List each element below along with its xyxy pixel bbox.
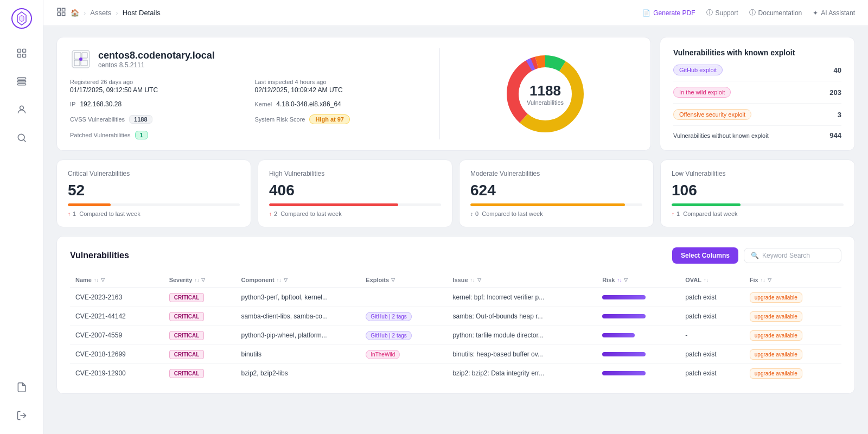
vuln-header: Vulnerabilities Select Columns 🔍 Keyword…	[70, 247, 841, 264]
topnav-actions: 📄 Generate PDF ⓘ Support ⓘ Documentation…	[642, 8, 855, 17]
offensive-exploit-count: 3	[838, 111, 841, 119]
cve-5-severity: CRITICAL	[164, 364, 236, 383]
critical-arrow: ↑	[68, 211, 71, 217]
exploit-card-title: Vulnerabilities with known exploit	[673, 48, 841, 57]
svg-rect-3	[17, 54, 21, 58]
high-compare-text: 2 Compared to last week	[274, 210, 342, 217]
ai-assistant-button[interactable]: ✦ AI Assistant	[813, 9, 855, 17]
sidebar-item-search[interactable]	[10, 126, 34, 150]
keyword-search-box[interactable]: 🔍 Keyword Search	[744, 248, 841, 263]
exploits-filter-icon[interactable]: ▽	[391, 277, 395, 283]
fix-badge-4: upgrade available	[750, 349, 802, 360]
wild-exploit-tag: In the wild exploit	[673, 87, 731, 98]
donut-chart-area: 1188 Vulnerabilities	[453, 48, 637, 139]
donut-center: 1188 Vulnerabilities	[527, 82, 564, 106]
name-sort-icon[interactable]: ↑↓	[94, 277, 99, 283]
cve-2-component: samba-client-libs, samba-co...	[236, 307, 361, 326]
name-filter-icon[interactable]: ▽	[101, 277, 105, 283]
severity-badge-1: CRITICAL	[169, 293, 205, 302]
sidebar-item-user[interactable]	[10, 98, 34, 122]
pdf-icon: 📄	[642, 9, 650, 17]
last-inspected-label: Last inspected 4 hours ago	[255, 79, 427, 85]
sidebar-item-list[interactable]	[10, 69, 34, 93]
cve-1-severity: CRITICAL	[164, 288, 236, 307]
moderate-stat-title: Moderate Vulnerabilities	[470, 170, 642, 177]
support-icon: ⓘ	[706, 8, 713, 17]
fix-badge-5: upgrade available	[750, 368, 802, 379]
cve-5-fix: upgrade available	[744, 364, 841, 383]
table-row: CVE-2021-44142 CRITICAL samba-client-lib…	[70, 307, 841, 326]
cve-4-name: CVE-2018-12699	[70, 345, 164, 364]
host-card: centos8.codenotary.local centos 8.5.2111…	[56, 37, 651, 151]
risk-bar-5	[602, 371, 646, 375]
nav-toggle-icon[interactable]	[56, 7, 66, 18]
cve-1-name: CVE-2023-2163	[70, 288, 164, 307]
support-button[interactable]: ⓘ Support	[706, 8, 738, 17]
generate-pdf-button[interactable]: 📄 Generate PDF	[642, 9, 695, 17]
documentation-button[interactable]: ⓘ Documentation	[749, 8, 802, 17]
patched-count: 1	[135, 131, 148, 139]
critical-stat-bar	[68, 203, 240, 206]
cve-2-oval: patch exist	[680, 307, 744, 326]
cve-2-fix: upgrade available	[744, 307, 841, 326]
breadcrumb-sep-2: ›	[116, 9, 118, 17]
cve-4-risk	[597, 345, 680, 364]
host-icon	[70, 48, 92, 70]
svg-rect-13	[58, 13, 60, 16]
component-sort-icon[interactable]: ↑↓	[277, 277, 282, 283]
cve-5-exploit	[360, 364, 447, 383]
registered-label: Registered 26 days ago	[70, 79, 242, 85]
cve-5-issue: bzip2: bzip2: Data integrity err...	[447, 364, 597, 383]
oval-sort-icon[interactable]: ↑↓	[704, 277, 709, 283]
sidebar-item-home[interactable]	[10, 41, 34, 65]
last-inspected-date: 02/12/2025, 10:09:42 AM UTC	[255, 86, 427, 94]
github-exploit-count: 40	[834, 66, 841, 74]
cve-1-component: python3-perf, bpftool, kernel...	[236, 288, 361, 307]
cvss-label: CVSS Vulnerabilities	[70, 116, 125, 123]
sidebar-item-logout[interactable]	[10, 404, 34, 427]
issue-filter-icon[interactable]: ▽	[477, 277, 481, 283]
col-header-severity: Severity ↑↓▽	[164, 272, 236, 288]
table-body: CVE-2023-2163 CRITICAL python3-perf, bpf…	[70, 288, 841, 383]
risk-filter-icon[interactable]: ▽	[624, 277, 628, 283]
severity-badge-5: CRITICAL	[169, 369, 205, 378]
severity-badge-2: CRITICAL	[169, 312, 205, 321]
app-logo	[10, 7, 34, 30]
risk-sort-icon[interactable]: ↑↓	[617, 277, 622, 283]
stats-row: Critical Vulnerabilities 52 ↑ 1 Compared…	[56, 159, 855, 227]
registered-info: Registered 26 days ago 01/17/2025, 09:12…	[70, 79, 242, 94]
sidebar-item-report[interactable]	[10, 375, 34, 399]
severity-sort-icon[interactable]: ↑↓	[194, 277, 199, 283]
stat-card-high: High Vulnerabilities 406 ↑ 2 Compared to…	[258, 159, 452, 227]
component-filter-icon[interactable]: ▽	[284, 277, 288, 283]
home-icon[interactable]: 🏠	[71, 9, 79, 17]
fix-filter-icon[interactable]: ▽	[768, 277, 771, 283]
cve-3-oval: -	[680, 326, 744, 345]
breadcrumb-assets[interactable]: Assets	[90, 9, 111, 17]
vuln-title: Vulnerabilities	[70, 251, 129, 260]
kernel-label: Kernel	[255, 101, 272, 107]
svg-rect-14	[62, 13, 65, 16]
last-inspected-info: Last inspected 4 hours ago 02/12/2025, 1…	[255, 79, 427, 94]
fix-sort-icon[interactable]: ↑↓	[761, 277, 765, 283]
donut-chart: 1188 Vulnerabilities	[502, 50, 589, 137]
moderate-stat-count: 624	[470, 182, 642, 199]
patched-label: Patched Vulnerabilities	[70, 132, 131, 138]
stat-card-low: Low Vulnerabilities 106 ↑ 1 Compared las…	[660, 159, 855, 227]
host-header: centos8.codenotary.local centos 8.5.2111	[70, 48, 426, 70]
select-columns-button[interactable]: Select Columns	[672, 247, 738, 264]
high-arrow: ↑	[269, 211, 272, 217]
cve-1-oval: patch exist	[680, 288, 744, 307]
top-row: centos8.codenotary.local centos 8.5.2111…	[56, 37, 855, 151]
vulnerabilities-section: Vulnerabilities Select Columns 🔍 Keyword…	[56, 236, 855, 394]
col-header-name: Name ↑↓▽	[70, 272, 164, 288]
severity-filter-icon[interactable]: ▽	[201, 277, 205, 283]
main-area: 🏠 › Assets › Host Details 📄 Generate PDF…	[43, 0, 868, 434]
offensive-exploit-tag: Offensive security exploit	[673, 109, 751, 120]
cve-3-exploit: GitHub | 2 tags	[360, 326, 447, 345]
col-header-risk: Risk ↑↓▽	[597, 272, 680, 288]
fix-badge-1: upgrade available	[750, 292, 802, 303]
moderate-arrow: ↕	[470, 211, 473, 217]
svg-rect-7	[17, 84, 25, 85]
issue-sort-icon[interactable]: ↑↓	[470, 277, 475, 283]
